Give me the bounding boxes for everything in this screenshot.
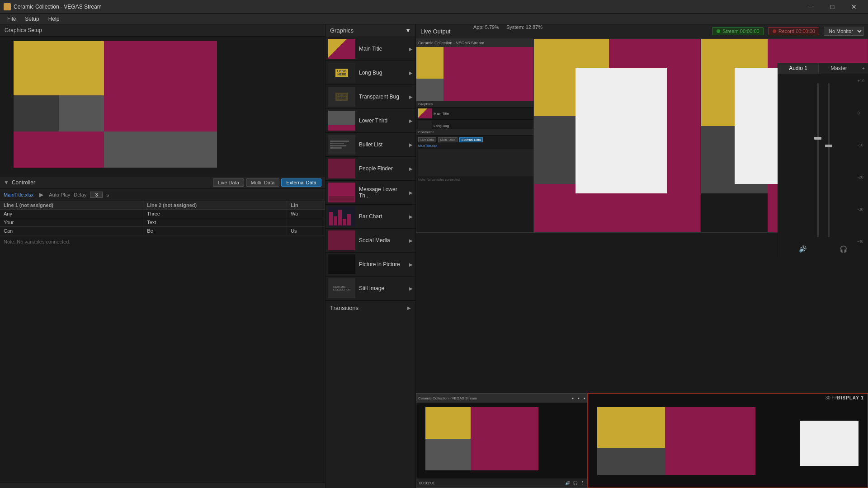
col-line1: Line 1 (not assigned)	[0, 201, 143, 210]
graphics-title: Graphics	[330, 27, 354, 34]
mini-filename: MainTitle.xlsx	[418, 144, 549, 147]
live-output-panel: Live Output Stream 00:00:00 Record 00:00…	[416, 24, 868, 488]
transitions-item[interactable]: Transitions ▶	[326, 300, 415, 315]
graphic-item-bullet-list[interactable]: Bullet List ▶	[326, 133, 415, 157]
horizontal-scrollbar[interactable]	[0, 483, 325, 488]
graphic-item-still-image[interactable]: CERAMICCOLLECTION Still Image ▶	[326, 277, 415, 300]
svg-point-1	[773, 29, 776, 33]
mini-graphics-label: Graphics	[418, 102, 433, 106]
app-icon	[4, 3, 11, 10]
preview-gray-block	[14, 95, 59, 131]
msg-lower-bar	[329, 196, 354, 202]
graphic-label-bullet: Bullet List	[359, 141, 409, 148]
audio-panel: Audio 1 Master +	[778, 63, 868, 257]
bar-chart-bar	[334, 216, 337, 225]
graphic-item-bar-chart[interactable]: Bar Chart ▶	[326, 205, 415, 229]
db-label-0: 0	[858, 111, 864, 115]
graphic-item-trans-bug[interactable]: LOGOHERE Transparent Bug ▶	[326, 85, 415, 109]
system-stats: System: 12.87%	[506, 24, 542, 30]
stream-label: Stream 00:00:00	[722, 28, 759, 34]
cell: Us	[287, 227, 325, 235]
graphic-item-people-finder[interactable]: People Finder ▶	[326, 157, 415, 181]
table-row: Your Text	[0, 218, 325, 227]
mini-ctrl-content: Live Data Multi. Data External Data Main…	[416, 136, 551, 183]
status-icons: 🔊 🎧 ⋮	[565, 481, 585, 485]
fader-knob-1[interactable]	[814, 137, 821, 140]
graphic-label-trans-bug: Transparent Bug	[359, 94, 409, 100]
graphic-item-lower-third[interactable]: Lower Third ▶	[326, 109, 415, 133]
add-audio-button[interactable]: +	[859, 63, 868, 74]
bottom-left-title: Ceramic Collection - VEGAS Stream	[418, 396, 477, 400]
fader-knob-master[interactable]	[825, 145, 832, 147]
graphics-header[interactable]: Graphics ▼	[326, 24, 415, 37]
record-label: Record 00:00:00	[778, 28, 815, 34]
bullet-line	[330, 147, 342, 149]
mini-multi-btn: Multi. Data	[438, 137, 458, 142]
graphic-thumb-bullet	[328, 135, 355, 155]
menu-setup[interactable]: Setup	[20, 15, 43, 23]
stream-icon	[716, 29, 721, 33]
menu-file[interactable]: File	[3, 15, 20, 23]
main-layout: Graphics Setup ▼ Controller Live Data Mu…	[0, 24, 868, 488]
audio-tab-master[interactable]: Master	[819, 63, 859, 74]
delay-label: Delay	[74, 192, 86, 197]
fps-label: 30 FPS	[826, 395, 840, 400]
record-icon	[772, 29, 777, 33]
bar-chart-bar	[343, 219, 346, 225]
lower-third-img	[328, 111, 355, 125]
delay-input[interactable]	[90, 192, 103, 198]
maximize-button[interactable]: □	[822, 0, 843, 14]
data-table: Line 1 (not assigned) Line 2 (not assign…	[0, 201, 325, 235]
mini-graphics-header: Graphics	[416, 101, 551, 108]
graphic-thumb-main-title	[328, 39, 355, 59]
graphics-setup-label: Graphics Setup	[0, 24, 325, 37]
preview-magenta-block2	[14, 131, 104, 168]
bmon-tr	[471, 407, 538, 470]
app-stats: App: 5.79%	[473, 24, 499, 30]
hdp-icon: 🎧	[573, 481, 578, 485]
lower-third-bar	[328, 125, 355, 131]
multi-data-button[interactable]: Multi. Data	[246, 178, 280, 187]
filename: MainTitle.xlsx	[4, 192, 33, 197]
mini-live-btn: Live Data	[418, 137, 436, 142]
stream-badge: Stream 00:00:00	[712, 27, 763, 35]
bottom-left-controls: ● ● ●	[571, 396, 585, 400]
graphic-item-long-bug[interactable]: LOGOHERE Long Bug ▶	[326, 61, 415, 85]
bmon-bl	[425, 439, 471, 470]
note-text: Note: No variables connected.	[0, 235, 325, 248]
mini-g-thumb	[418, 108, 432, 118]
fader-audio1	[817, 83, 819, 237]
graphic-item-msg-lower[interactable]: Message Lower Th... ▶	[326, 181, 415, 205]
mini-app-titlebar: Ceramic Collection - VEGAS Stream	[416, 39, 551, 47]
graphic-item-social-media[interactable]: Social Media ▶	[326, 229, 415, 253]
left-panel: Graphics Setup ▼ Controller Live Data Mu…	[0, 24, 326, 488]
play-button[interactable]: ▶	[37, 191, 45, 199]
monitor-left	[533, 38, 701, 233]
window-controls: ─ □ ✕	[800, 0, 864, 14]
menu-bar: File Setup Help App: 5.79% System: 12.87…	[0, 14, 868, 24]
expand-icon[interactable]: ▼	[4, 179, 9, 186]
audio-tab-1[interactable]: Audio 1	[778, 63, 819, 74]
graphic-item-main-title[interactable]: Main Title ▶	[326, 37, 415, 61]
menu-help[interactable]: Help	[44, 15, 64, 23]
graphic-item-pip[interactable]: Picture in Picture ▶	[326, 253, 415, 277]
controller-title: Controller	[12, 179, 35, 186]
close-button[interactable]: ✕	[844, 0, 864, 14]
bmon-tl	[425, 407, 471, 439]
minimize-button[interactable]: ─	[800, 0, 821, 14]
volume-icon[interactable]: 🔊	[799, 245, 807, 253]
record-badge: Record 00:00:00	[768, 27, 819, 35]
fader-master	[828, 83, 830, 237]
still-label: CERAMICCOLLECTION	[333, 286, 350, 291]
mini-gray	[416, 79, 443, 101]
cell: Wo	[287, 210, 325, 218]
graphic-arrow-msg-lower: ▶	[409, 190, 413, 195]
headphone-icon[interactable]: 🎧	[840, 245, 847, 253]
live-controls: Stream 00:00:00 Record 00:00:00 No Monit…	[712, 27, 863, 36]
monitor-select[interactable]: No Monitor	[824, 27, 863, 36]
controller-panel: ▼ Controller Live Data Multi. Data Exter…	[0, 177, 325, 483]
external-data-button[interactable]: External Data	[281, 178, 321, 187]
live-data-button[interactable]: Live Data	[213, 178, 244, 187]
graphic-label-long-bug: Long Bug	[359, 70, 409, 76]
bl-dot: ●	[577, 396, 580, 400]
